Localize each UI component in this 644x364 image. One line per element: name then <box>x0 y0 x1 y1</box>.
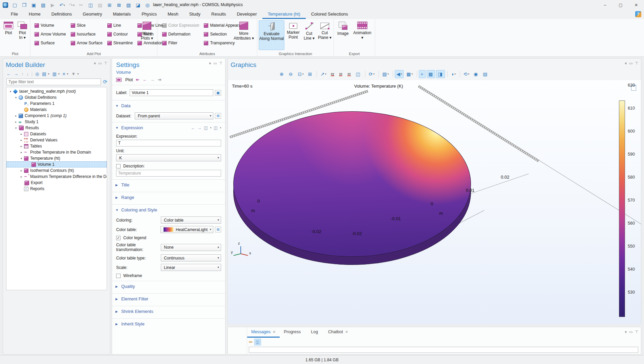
panel-menu-icon[interactable]: ▾ <box>625 61 627 66</box>
environment-icon[interactable]: ▧▾ <box>381 70 390 78</box>
tree-item[interactable]: ▾ laser_heating_wafer.mph (root) <box>6 88 107 94</box>
tree-caret-icon[interactable]: ▸ <box>14 120 18 123</box>
panel-menu-icon[interactable]: ▾ <box>94 61 96 66</box>
ribbon-tab[interactable]: Materials <box>107 10 136 19</box>
color-table-browse-icon[interactable]: ⊞ <box>215 227 221 232</box>
last-plot-icon[interactable]: ⇥ <box>157 77 161 82</box>
more-plots-button[interactable]: More Plots ▾ <box>138 20 156 50</box>
plot-3d-view[interactable]: Time=60 s Volume: Temperature (K) 0 m 0.… <box>228 80 641 324</box>
ribbon-tab[interactable]: Results <box>206 10 231 19</box>
tree-caret-icon[interactable]: ▾ <box>19 157 24 160</box>
legend-toggle-icon[interactable]: ◨ <box>436 70 445 78</box>
tree-item[interactable]: ▸ Tables <box>6 143 107 149</box>
refresh-icon[interactable]: ⟳ <box>103 79 107 85</box>
tree-item[interactable]: ▸ Datasets <box>6 131 107 137</box>
wireframe-checkbox[interactable] <box>116 274 121 278</box>
cut-icon[interactable]: ✂ <box>77 1 85 9</box>
rotate-icon[interactable]: ⟳▾ <box>367 70 376 78</box>
color-table-type-select[interactable]: Continuous <box>161 254 221 261</box>
arrow-volume-button[interactable]: Arrow Volume <box>33 30 67 39</box>
label-input[interactable] <box>130 89 213 96</box>
tree-caret-icon[interactable]: ▾ <box>8 90 13 93</box>
appearance-icon[interactable]: ◑▾ <box>449 70 457 78</box>
evaluate-along-normal-button[interactable]: Evaluate Along Normal <box>259 20 284 50</box>
insert-expression-icon[interactable]: ◫ <box>214 126 217 130</box>
scene-light-icon[interactable]: ◀▾ <box>395 70 404 78</box>
slice-plot-button[interactable]: Slice <box>69 21 104 30</box>
print-icon[interactable]: ▤ <box>481 70 490 78</box>
section-quality[interactable]: ▶ Quality <box>112 281 225 291</box>
section-title[interactable]: ▶ Title <box>112 179 225 189</box>
close-tab-icon[interactable]: ✕ <box>345 330 348 334</box>
open-file-icon[interactable]: ❒ <box>20 1 28 9</box>
cut-plane-button[interactable]: Cut Plane ▾ <box>317 20 332 50</box>
maximize-button[interactable]: ▢ <box>613 0 628 10</box>
forward-icon[interactable]: → <box>14 71 18 76</box>
undo-icon[interactable]: ↶▾ <box>58 1 66 9</box>
first-plot-icon[interactable]: ⇤ <box>136 77 139 82</box>
help-icon[interactable]: ? <box>635 11 641 17</box>
go-to-dataset-icon[interactable]: ⊞ <box>215 113 221 119</box>
tree-caret-icon[interactable]: ▸ <box>19 151 24 154</box>
animation-export-button[interactable]: Animation ▾ <box>351 20 373 50</box>
grid-toggle-icon[interactable]: ▦ <box>427 70 435 78</box>
save-icon[interactable]: ▣ <box>30 1 38 9</box>
deformation-button[interactable]: Deformation <box>161 30 200 39</box>
unit-select[interactable]: K <box>116 154 221 161</box>
tree-caret-icon[interactable]: ▸ <box>14 114 18 117</box>
new-file-icon[interactable]: ▢ <box>11 1 19 9</box>
find-icon[interactable]: ◎ <box>144 1 152 9</box>
tree-item[interactable]: Reports <box>6 186 107 192</box>
color-table-select[interactable]: HeatCameraLight <box>160 226 213 233</box>
color-expression-button[interactable]: Color Expression <box>161 21 200 30</box>
run-icon[interactable]: ▶ <box>49 1 57 9</box>
filter-funnel-icon[interactable]: ▼ <box>71 71 76 76</box>
tree-item[interactable]: Parameters 1 <box>6 100 107 107</box>
cut-line-button[interactable]: Cut Line ▾ <box>302 20 316 50</box>
paste-icon[interactable]: ▤ <box>96 1 104 9</box>
next-expression-icon[interactable]: → <box>197 126 201 130</box>
tree-item[interactable]: ▸ Probe Temperature in the Domain <box>6 149 107 155</box>
panel-float-icon[interactable]: ▭ <box>629 330 632 334</box>
minimize-button[interactable]: – <box>597 0 613 10</box>
panel-pin-icon[interactable]: ⊤ <box>219 61 222 66</box>
previous-plot-icon[interactable]: ← <box>143 77 147 82</box>
view-yz-icon[interactable]: yz <box>338 71 345 77</box>
section-inherit-style[interactable]: ▶ Inherit Style <box>112 318 225 328</box>
filter-attribute-button[interactable]: Filter <box>161 39 200 47</box>
tree-item[interactable]: Volume 1 <box>6 161 107 167</box>
ribbon-tab[interactable]: Colored Selections <box>306 10 353 19</box>
show-icon[interactable]: ◎ <box>35 71 39 76</box>
panel-pin-icon[interactable]: ⊤ <box>635 61 638 66</box>
plot-action-button[interactable]: Plot <box>125 77 133 82</box>
more-attributes-button[interactable]: More Attributes ▾ <box>233 20 255 50</box>
tree-filter-input[interactable] <box>6 78 101 85</box>
section-element-filter[interactable]: ▶ Element Filter <box>112 293 225 303</box>
dataset-select[interactable]: From parent <box>135 112 213 119</box>
tree-item[interactable]: Materials <box>6 107 107 113</box>
tree-item[interactable]: ▾ Results <box>6 125 107 131</box>
tree-item[interactable]: Export <box>6 180 107 186</box>
close-tab-icon[interactable]: ✕ <box>273 330 276 334</box>
volume-plot-button[interactable]: Volume <box>33 21 67 30</box>
ribbon-tab[interactable]: Physics <box>136 10 162 19</box>
plot-icon[interactable] <box>116 78 122 82</box>
zoom-extents-icon[interactable]: ⊞ <box>306 70 315 78</box>
redo-icon[interactable]: ↷▾ <box>68 1 76 9</box>
tree-item[interactable]: ▸ Component 1 (comp 1) <box>6 113 107 119</box>
section-expression[interactable]: ▼ Expression ← → ◫▾ ◫▾ <box>112 122 225 132</box>
tree-caret-icon[interactable]: ▸ <box>19 169 24 172</box>
surface-plot-button[interactable]: Surface <box>33 39 67 47</box>
image-export-button[interactable]: Image <box>335 20 351 50</box>
expression-input[interactable] <box>116 140 221 146</box>
zoom-out-icon[interactable]: ⊖ <box>287 70 295 78</box>
tree-caret-icon[interactable]: ▸ <box>19 175 24 178</box>
view-xz-icon[interactable]: xz <box>346 71 353 77</box>
delete-icon[interactable]: ⊠ <box>115 1 123 9</box>
clear-messages-icon[interactable]: ✏ <box>249 339 253 345</box>
select-box-icon[interactable]: ▧ <box>125 1 133 9</box>
move-down-icon[interactable]: ↓ <box>27 71 29 76</box>
panel-float-icon[interactable]: ▭ <box>629 61 632 66</box>
section-range[interactable]: ▶ Range <box>112 192 225 202</box>
panel-menu-icon[interactable]: ▾ <box>209 61 211 66</box>
